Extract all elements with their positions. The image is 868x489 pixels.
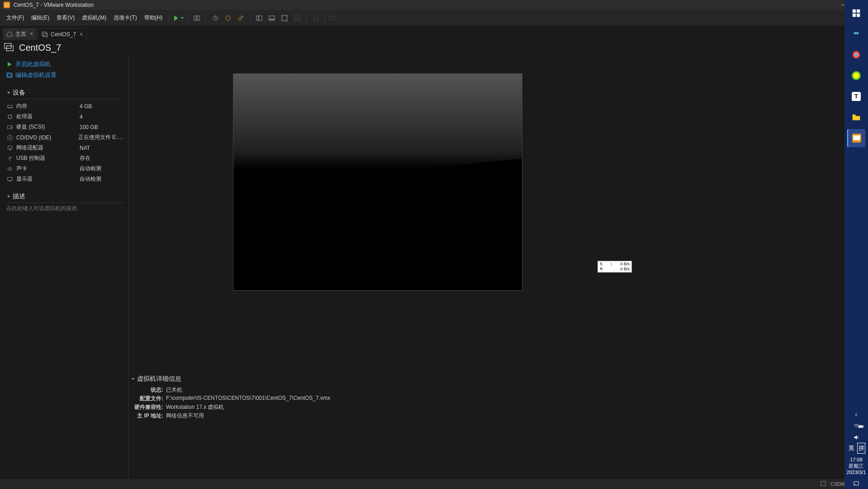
- tray-ime-lang[interactable]: 英: [847, 443, 855, 454]
- device-name: USB 控制器: [16, 154, 80, 162]
- usb-icon: [6, 155, 14, 162]
- menubar: 文件(F) 编辑(E) 查看(V) 虚拟机(M) 选项卡(T) 帮助(H): [0, 10, 868, 26]
- tray-expand-icon[interactable]: [847, 409, 865, 420]
- tab-home[interactable]: 主页 ×: [3, 28, 37, 40]
- svg-rect-9: [256, 16, 258, 20]
- svg-rect-29: [8, 146, 12, 149]
- power-on-link[interactable]: 开启此虚拟机: [6, 59, 128, 70]
- separator: [187, 13, 188, 23]
- snapshot-manager-button[interactable]: [235, 12, 247, 24]
- vm-title: CentOS_7: [19, 43, 61, 53]
- edit-settings-label: 编辑虚拟机设置: [15, 71, 57, 79]
- tray-volume-icon[interactable]: [847, 432, 865, 443]
- device-value: NAT: [80, 145, 90, 151]
- net-s-label: S: [600, 262, 602, 267]
- svg-rect-1: [5, 4, 8, 6]
- sidebar: 开启此虚拟机 编辑虚拟机设置 设备 内存4 GB处理器4硬盘 (SCSI)100…: [0, 55, 129, 479]
- tray-time: 17:08: [847, 456, 866, 463]
- taskbar-app-vmware[interactable]: [847, 129, 865, 147]
- taskbar-app-text[interactable]: T: [847, 87, 865, 105]
- section-label: 描述: [13, 192, 25, 201]
- stretch-button: [310, 12, 322, 24]
- section-devices[interactable]: 设备: [6, 89, 124, 99]
- tray-clock[interactable]: 17:08 星期三 2023/3/1: [847, 454, 866, 478]
- disk-icon: [6, 124, 14, 131]
- menu-file[interactable]: 文件(F): [3, 12, 28, 24]
- net-icon: [6, 144, 14, 152]
- tab-close-icon[interactable]: ×: [80, 31, 83, 38]
- titlebar-text: CentOS_7 - VMware Workstation: [14, 2, 838, 8]
- home-icon: [6, 31, 13, 37]
- net-s-val: 0 B/s: [620, 262, 630, 267]
- svg-rect-44: [863, 426, 864, 427]
- fullscreen-button[interactable]: [279, 12, 290, 24]
- vm-preview-thumbnail[interactable]: [233, 73, 522, 291]
- svg-point-26: [10, 126, 12, 128]
- display-icon: [6, 176, 14, 183]
- device-row-usb[interactable]: USB 控制器存在: [6, 153, 124, 163]
- menu-vm[interactable]: 虚拟机(M): [78, 12, 110, 24]
- description-input[interactable]: 在此处键入对该虚拟机的描述。: [6, 203, 124, 212]
- device-row-net[interactable]: 网络适配器NAT: [6, 143, 124, 153]
- device-row-cpu[interactable]: 处理器4: [6, 111, 124, 122]
- menu-tabs[interactable]: 选项卡(T): [110, 12, 140, 24]
- section-description[interactable]: 描述: [6, 192, 124, 203]
- device-name: 网络适配器: [16, 144, 80, 152]
- svg-rect-23: [8, 105, 13, 107]
- tab-close-icon[interactable]: ×: [30, 31, 33, 37]
- device-name: 处理器: [16, 113, 80, 120]
- tray-ime-mode[interactable]: 拼: [857, 443, 865, 454]
- tray-notifications-icon[interactable]: [847, 478, 865, 489]
- library-pane-button[interactable]: [253, 12, 265, 24]
- menu-help[interactable]: 帮助(H): [141, 12, 166, 24]
- taskbar-app-explorer[interactable]: [847, 108, 865, 126]
- vm-monitor-icon: [4, 42, 14, 53]
- send-ctrl-alt-del-button[interactable]: [191, 12, 203, 24]
- device-name: 显示器: [16, 175, 80, 183]
- edit-settings-link[interactable]: 编辑虚拟机设置: [6, 70, 128, 81]
- snapshot-revert-button[interactable]: [222, 12, 234, 24]
- status-bar: CSDN @渣775: [0, 479, 868, 489]
- menu-view[interactable]: 查看(V): [53, 12, 78, 24]
- titlebar: CentOS_7 - VMware Workstation: [0, 0, 868, 10]
- device-row-disk[interactable]: 硬盘 (SCSI)100 GB: [6, 122, 124, 132]
- start-button[interactable]: [847, 4, 865, 22]
- taskbar-app-3[interactable]: [847, 67, 865, 85]
- device-row-sound[interactable]: 声卡自动检测: [6, 163, 124, 174]
- main-area: 虚拟机详细信息 状态:已关机 配置文件:F:\computer\IS-CENTO…: [129, 55, 868, 479]
- device-row-memory[interactable]: 内存4 GB: [6, 101, 124, 111]
- svg-point-8: [241, 15, 243, 17]
- tray-battery-icon[interactable]: [852, 421, 868, 432]
- net-r-label: R: [600, 267, 603, 272]
- tab-centos[interactable]: CentOS_7 ×: [38, 28, 87, 40]
- caret-down-icon: [6, 194, 11, 199]
- device-name: CD/DVD (IDE): [16, 134, 78, 141]
- taskbar-app-chrome[interactable]: [847, 46, 865, 64]
- device-name: 硬盘 (SCSI): [16, 123, 80, 131]
- svg-rect-42: [854, 135, 860, 140]
- caret-down-icon: [131, 377, 135, 381]
- thumbnail-pane-button[interactable]: [266, 12, 278, 24]
- svg-rect-4: [194, 16, 196, 20]
- device-name: 内存: [16, 102, 80, 110]
- tray-date: 2023/3/1: [847, 469, 866, 475]
- power-button[interactable]: [172, 12, 184, 24]
- tray-weekday: 星期三: [847, 463, 866, 469]
- snapshot-button[interactable]: [209, 12, 221, 24]
- cpu-icon: [6, 113, 14, 120]
- svg-rect-35: [857, 14, 860, 17]
- content-header: CentOS_7: [0, 40, 868, 55]
- svg-point-28: [9, 137, 11, 138]
- device-value: 自动检测: [80, 175, 101, 183]
- device-row-cd[interactable]: CD/DVD (IDE)正在使用文件 E:\I...: [6, 132, 124, 143]
- svg-rect-45: [859, 426, 863, 427]
- power-on-label: 开启此虚拟机: [15, 60, 51, 68]
- device-name: 声卡: [16, 165, 80, 173]
- detail-ip-value: 网络信息不可用: [166, 412, 204, 420]
- device-value: 100 GB: [80, 124, 98, 130]
- taskbar-app-copilot[interactable]: [847, 25, 865, 43]
- device-row-display[interactable]: 显示器自动检测: [6, 174, 124, 184]
- section-label: 设备: [13, 89, 25, 97]
- menu-edit[interactable]: 编辑(E): [28, 12, 53, 24]
- svg-rect-11: [269, 16, 275, 19]
